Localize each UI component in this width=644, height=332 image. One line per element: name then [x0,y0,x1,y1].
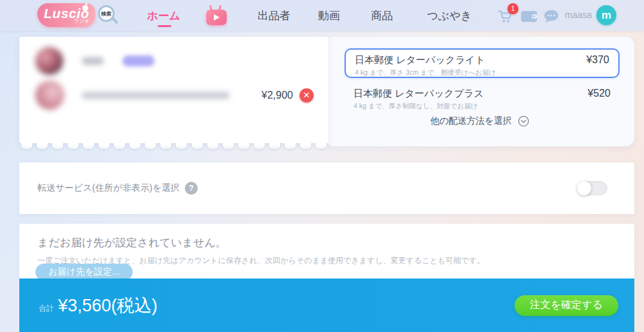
shipping-option-name: 日本郵便 レターパックライト [355,54,485,66]
tooth [37,143,48,150]
address-title: まだお届け先が設定されていません。 [37,235,616,250]
cart-icon[interactable]: 1 [497,8,515,24]
nav-item-sellers[interactable]: 出品者 [258,8,290,23]
user-avatar[interactable]: m [596,5,616,25]
total-footer: 合計 ¥3,560(税込) 注文を確定する [19,278,634,332]
seller-avatar[interactable] [35,47,63,75]
nav-item-tweets[interactable]: つぶやき [427,8,472,23]
shipping-option-name: 日本郵便 レターパックプラス [354,88,484,100]
item-price: ¥2,900 [261,90,293,101]
shipping-option-price: ¥370 [586,54,609,66]
tooth [52,143,63,150]
live-tv-icon[interactable] [205,5,228,26]
logo-subtext: ラジオ [73,17,90,24]
remove-item-button[interactable]: ✕ [299,88,314,103]
shipping-option-letterpack-light[interactable]: 日本郵便 レターパックライト ¥370 4 kg まで、厚さ 3cm まで、郵便… [345,48,620,78]
delivery-address-card: まだお届け先が設定されていません。 一度ご注文いただけますと、お届け先はアカウン… [19,224,634,278]
shipping-option-letterpack-plus[interactable]: 日本郵便 レターパックプラス ¥520 4 kg まで、厚さ制限なし、対面でお届… [345,83,620,110]
tooth [316,143,327,150]
chat-icon-glyph [543,9,560,24]
tooth [269,143,280,150]
nav-item-products[interactable]: 商品 [371,8,393,23]
tooth [21,143,32,150]
username[interactable]: maasa [565,10,592,20]
chevron-down-circle-icon [518,115,529,127]
card-teeth [19,143,328,150]
total-label: 合計 [39,303,54,314]
tooth [254,143,265,150]
seller-row [35,47,155,75]
seller-badge-redacted [122,55,155,66]
tooth [238,143,249,150]
shipping-option-price: ¥520 [587,88,611,99]
more-shipping-methods-label: 他の配送方法を選択 [430,115,512,127]
checkout-page: Luscio ラジオ 検索 ホーム 出品者 動画 商品 つぶやき 1 [0,0,644,332]
luscio-logo[interactable]: Luscio ラジオ [37,3,95,27]
total-value: ¥3,560(税込) [58,294,158,317]
tooth [114,143,125,150]
play-icon [214,14,220,21]
shipping-option-desc: 4 kg まで、厚さ 3cm まで、郵便受けへお届け [355,68,609,77]
cart-item-card: ¥2,900 ✕ [19,37,328,143]
cart-item-row: ¥2,900 ✕ [35,81,314,110]
tooth [83,143,94,150]
tooth [176,143,187,150]
tooth [223,143,234,150]
more-shipping-methods-link[interactable]: 他の配送方法を選択 [325,115,634,127]
search-button[interactable]: 検索 [98,5,117,24]
nav-item-videos[interactable]: 動画 [318,8,340,23]
tooth [285,143,296,150]
navbar: Luscio ラジオ 検索 ホーム 出品者 動画 商品 つぶやき 1 [0,0,644,31]
forwarding-toggle[interactable] [577,181,607,195]
tooth [300,143,311,150]
item-thumbnail[interactable] [35,81,64,110]
forwarding-service-row: 転送サービス(住所が非表示)を選択 ? [19,162,634,214]
help-icon[interactable]: ? [185,182,198,195]
home-active-underline [158,25,171,27]
toggle-knob [577,181,591,195]
tooth [68,143,79,150]
tooth [207,143,218,150]
shipping-option-desc: 4 kg まで、厚さ制限なし、対面でお届け [354,102,611,111]
confirm-order-button[interactable]: 注文を確定する [515,295,618,316]
seller-name-redacted [82,57,103,64]
chat-icon[interactable] [543,9,561,26]
tooth [160,143,171,150]
cart-badge: 1 [507,3,518,14]
tooth [145,143,156,150]
wallet-icon-glyph [520,9,538,23]
cherry-icon [82,5,88,11]
wallet-icon[interactable] [520,9,538,26]
search-icon-handle [111,17,118,24]
forwarding-service-label: 転送サービス(住所が非表示)を選択 [37,182,180,194]
tooth [99,143,109,150]
tooth [192,143,203,150]
tooth [129,143,140,150]
item-title-redacted [82,92,229,99]
nav-item-home[interactable]: ホーム [147,8,180,23]
shipping-options-panel: 日本郵便 レターパックライト ¥370 4 kg まで、厚さ 3cm まで、郵便… [325,37,634,146]
